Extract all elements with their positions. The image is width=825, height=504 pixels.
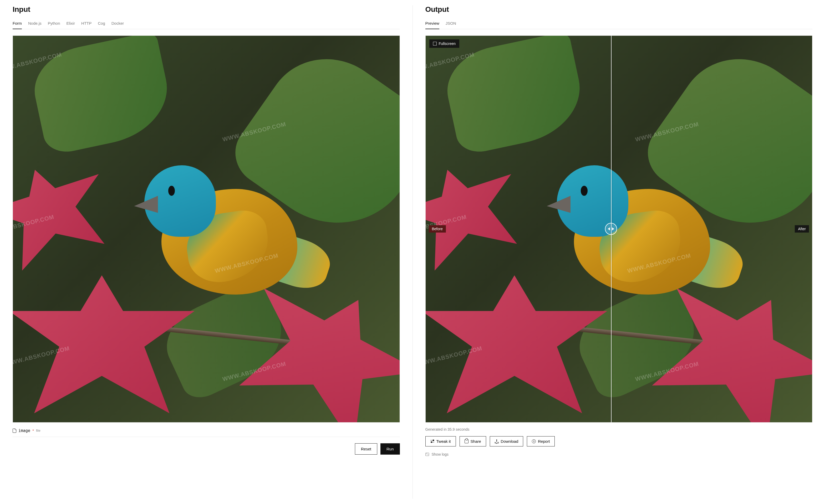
- file-icon: [13, 429, 16, 433]
- after-label: After: [795, 225, 809, 233]
- tweak-label: Tweak it: [436, 439, 451, 443]
- output-pane: Output Preview JSON: [413, 5, 825, 499]
- input-tabs: Form Node.js Python Elixir HTTP Cog Dock…: [13, 21, 400, 29]
- required-marker: *: [32, 428, 34, 433]
- tab-preview[interactable]: Preview: [425, 21, 439, 29]
- before-label: Before: [429, 225, 446, 233]
- tab-form[interactable]: Form: [13, 21, 22, 29]
- tab-docker[interactable]: Docker: [111, 21, 124, 29]
- output-compare-viewer[interactable]: WWW.ABSKOOP.COM WWW.ABSKOOP.COM WWW.ABSK…: [425, 35, 813, 423]
- report-label: Report: [538, 439, 550, 443]
- page-root: Input Form Node.js Python Elixir HTTP Co…: [0, 0, 825, 504]
- tab-python[interactable]: Python: [48, 21, 60, 29]
- download-icon: [495, 439, 499, 443]
- tab-json[interactable]: JSON: [446, 21, 456, 29]
- terminal-icon: [425, 453, 429, 456]
- download-label: Download: [501, 439, 518, 443]
- reset-button[interactable]: Reset: [355, 443, 377, 454]
- share-label: Share: [471, 439, 481, 443]
- input-pane: Input Form Node.js Python Elixir HTTP Co…: [0, 5, 412, 499]
- share-icon: [464, 439, 468, 443]
- input-button-row: Reset Run: [13, 443, 400, 454]
- compare-slider-handle[interactable]: [605, 223, 617, 235]
- fullscreen-icon: [433, 42, 437, 46]
- fullscreen-button[interactable]: Fullscreen: [429, 39, 460, 48]
- output-title: Output: [425, 5, 813, 14]
- input-image-preview[interactable]: WWW.ABSKOOP.COM WWW.ABSKOOP.COM WWW.ABSK…: [13, 35, 400, 423]
- share-button[interactable]: Share: [460, 436, 486, 446]
- field-name: image: [18, 428, 30, 433]
- output-image-content: WWW.ABSKOOP.COM WWW.ABSKOOP.COM WWW.ABSK…: [426, 36, 812, 422]
- info-icon: [532, 439, 536, 443]
- input-title: Input: [13, 5, 400, 14]
- field-type-hint: file: [36, 429, 41, 432]
- input-image-content: WWW.ABSKOOP.COM WWW.ABSKOOP.COM WWW.ABSK…: [13, 36, 400, 422]
- image-field-row[interactable]: image* file: [13, 428, 400, 437]
- output-actions-row: Tweak it Share Download Report: [425, 436, 813, 446]
- tab-nodejs[interactable]: Node.js: [28, 21, 42, 29]
- show-logs-label: Show logs: [432, 452, 449, 456]
- tweak-button[interactable]: Tweak it: [425, 436, 456, 446]
- run-button[interactable]: Run: [380, 443, 400, 454]
- tab-elixir[interactable]: Elixir: [67, 21, 75, 29]
- output-tabs: Preview JSON: [425, 21, 813, 29]
- show-logs-toggle[interactable]: Show logs: [425, 452, 813, 456]
- generated-time-text: Generated in 35.9 seconds: [425, 427, 813, 431]
- sliders-icon: [430, 439, 434, 443]
- download-button[interactable]: Download: [490, 436, 523, 446]
- tab-http[interactable]: HTTP: [81, 21, 91, 29]
- report-button[interactable]: Report: [527, 436, 555, 446]
- tab-cog[interactable]: Cog: [98, 21, 105, 29]
- fullscreen-label: Fullscreen: [439, 41, 456, 46]
